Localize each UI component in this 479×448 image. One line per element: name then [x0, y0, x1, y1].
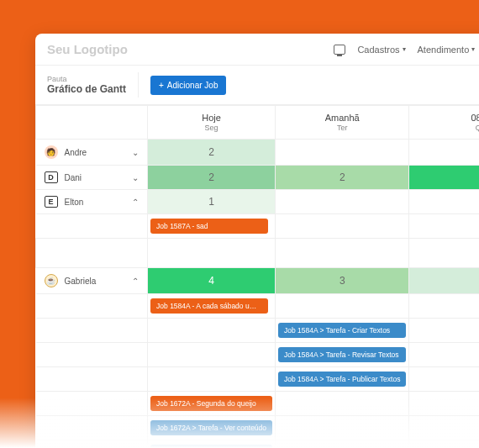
person-header[interactable]: 🧑Andre⌄ [36, 140, 148, 165]
subbar-left: Pauta Gráfico de Gantt +Adicionar Job [47, 72, 226, 98]
task-pill[interactable]: Job 1672A > Tarefa - Ver conteúdo [150, 420, 272, 435]
nav-atendimento[interactable]: Atendimento▾ [418, 45, 476, 55]
day-title: Hoje [202, 113, 221, 123]
person-row-elton: EElton⌃ 1 [36, 190, 480, 214]
topbar: Seu Logotipo Cadastros▾ Atendimento▾ Soc… [35, 34, 479, 66]
subbar: Pauta Gráfico de Gantt +Adicionar Job 🔍P… [35, 66, 479, 105]
chevron-down-icon[interactable]: ⌄ [132, 173, 139, 182]
person-row-dani: DDani⌄ 2 2 4 [36, 166, 480, 190]
count-cell[interactable]: 1 [148, 190, 276, 214]
task-row: Job 1672A - Segunda do queijo [36, 392, 480, 416]
task-row: Job 1584A > Tarefa - Criar Textos [36, 319, 480, 343]
breadcrumb: Pauta Gráfico de Gantt [47, 75, 126, 95]
task-pill[interactable]: Job 1584A - A cada sábado uma História [150, 298, 268, 314]
person-header[interactable]: ☕Gabriela⌃ [36, 268, 148, 293]
person-header[interactable]: DDani⌄ [36, 166, 148, 189]
gantt-table: HojeSeg AmanhãTer 08/11Qua 🧑Andre⌄ 2 DDa… [35, 105, 479, 448]
nav-cadastros[interactable]: Cadastros▾ [357, 45, 405, 55]
breadcrumb-label: Pauta [47, 75, 126, 83]
task-pill[interactable]: Job 1672A > Tarefa - Revisão [150, 445, 272, 448]
spacer-row [36, 239, 480, 268]
avatar: E [45, 196, 58, 208]
task-pill[interactable]: Job 1584A > Tarefa - Criar Textos [278, 323, 406, 338]
person-name: Dani [65, 173, 82, 182]
avatar: 🧑 [45, 145, 58, 159]
day-sub: Seg [151, 124, 271, 132]
task-row: Job 1584A > Tarefa - Revisar Textos [36, 343, 480, 367]
chevron-down-icon: ▾ [471, 45, 475, 53]
nav-label: Cadastros [357, 45, 399, 55]
task-row: Job 1584A - A cada sábado uma História [36, 294, 480, 319]
day-header: AmanhãTer [276, 106, 409, 140]
task-pill[interactable]: Job 1584A > Tarefa - Publicar Textos [278, 372, 406, 387]
day-title: 08/11 [471, 113, 479, 123]
app-window: Seu Logotipo Cadastros▾ Atendimento▾ Soc… [35, 34, 479, 448]
day-sub: Qua [413, 124, 479, 132]
count-cell[interactable]: 2 [276, 166, 409, 190]
chevron-up-icon[interactable]: ⌃ [132, 277, 139, 286]
page-title: Gráfico de Gantt [47, 83, 126, 95]
count-cell[interactable]: 3 [276, 268, 409, 294]
count-cell[interactable]: 4 [148, 268, 276, 294]
avatar: D [45, 171, 58, 183]
count-cell[interactable] [276, 140, 409, 166]
chevron-down-icon: ▾ [403, 45, 406, 53]
count-cell[interactable] [276, 190, 409, 214]
nav-label: Atendimento [418, 45, 470, 55]
count-cell[interactable] [409, 190, 479, 214]
logo: Seu Logotipo [47, 42, 128, 56]
day-header: 08/11Qua [409, 106, 479, 140]
person-header[interactable]: EElton⌃ [36, 190, 148, 213]
task-pill[interactable]: Job 1587A - sad [150, 219, 268, 234]
count-cell[interactable]: 2 [148, 140, 276, 166]
plus-icon: + [159, 81, 164, 90]
add-job-button[interactable]: +Adicionar Job [150, 76, 226, 95]
person-name: Elton [65, 198, 84, 207]
avatar: ☕ [45, 274, 58, 287]
task-pill[interactable]: Job 1584A > Tarefa - Revisar Textos [278, 347, 406, 362]
person-row-andre: 🧑Andre⌄ 2 [36, 140, 480, 166]
top-navigation: Cadastros▾ Atendimento▾ Social▾ Job [334, 45, 479, 55]
person-name: Gabriela [65, 277, 97, 286]
task-row: Job 1587A - sad [36, 214, 480, 239]
count-cell[interactable]: 4 [409, 166, 479, 190]
divider [138, 72, 139, 98]
day-header: HojeSeg [148, 106, 276, 140]
chevron-up-icon[interactable]: ⌃ [132, 198, 139, 207]
chevron-down-icon[interactable]: ⌄ [132, 148, 139, 157]
task-row: Job 1672A > Tarefa - Ver conteúdo [36, 416, 480, 440]
add-button-label: Adicionar Job [167, 81, 218, 90]
count-cell[interactable] [409, 140, 479, 166]
monitor-icon[interactable] [334, 45, 345, 55]
task-row: Job 1584A > Tarefa - Publicar Textos [36, 367, 480, 392]
count-cell[interactable]: 2 [148, 166, 276, 190]
count-cell[interactable]: 2 [409, 268, 479, 294]
header-row: HojeSeg AmanhãTer 08/11Qua [36, 106, 480, 140]
person-row-gabriela: ☕Gabriela⌃ 4 3 2 [36, 268, 480, 294]
person-name: Andre [65, 148, 87, 157]
day-title: Amanhã [325, 113, 360, 123]
task-row: Job 1672A > Tarefa - Revisão [36, 440, 480, 449]
day-sub: Ter [279, 124, 405, 132]
task-pill[interactable]: Job 1672A - Segunda do queijo [150, 396, 272, 411]
